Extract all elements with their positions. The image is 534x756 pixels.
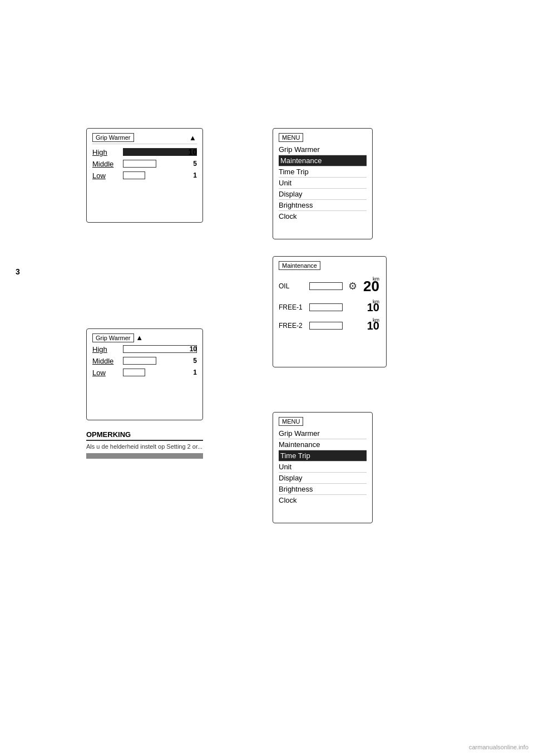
level-low-value: 1	[193, 171, 197, 179]
level-middle-value: 5	[193, 160, 197, 168]
panel-grip-warmer-top: Grip Warmer ▲ High 10 Middle 5 Low 1	[86, 128, 203, 223]
level-high-bar: 10	[123, 148, 197, 156]
level-mid-middle-fill	[123, 357, 156, 365]
level-high-label: High	[92, 148, 123, 156]
level-middle-fill	[123, 160, 156, 168]
menu-item-maintenance[interactable]: Maintenance	[279, 155, 367, 166]
level-mid-middle-label: Middle	[92, 357, 123, 365]
panel-maintenance: Maintenance OIL ⚙ 20 km FREE-1 10 km FRE…	[273, 256, 387, 367]
maint-free2-label: FREE-2	[279, 322, 309, 330]
level-mid-middle-bar: 5	[123, 356, 197, 365]
level-mid-high-bar: 10	[123, 345, 197, 354]
level-middle-bar: 5	[123, 159, 197, 168]
menu-item-time-trip[interactable]: Time Trip	[279, 166, 367, 178]
maint-row-free2: FREE-2 10 km	[279, 317, 380, 334]
panel-grip-warmer-mid: Grip Warmer ▲ High 10 Middle 5 Low 1	[86, 328, 203, 420]
page-number: 3	[16, 267, 20, 276]
level-low-label: Low	[92, 171, 123, 180]
opmerking-text: Als u de helderheid instelt op Setting 2…	[86, 443, 203, 450]
level-row-low: Low 1	[92, 171, 197, 180]
maint-oil-bar	[309, 282, 343, 290]
menu-bot-item-maintenance[interactable]: Maintenance	[279, 439, 367, 450]
maint-free2-bar	[309, 322, 343, 330]
level-mid-high-fill	[123, 345, 197, 353]
maint-row-oil: OIL ⚙ 20 km	[279, 275, 380, 297]
level-middle-label: Middle	[92, 160, 123, 168]
level-row-middle: Middle 5	[92, 159, 197, 168]
level-high-value: 10	[188, 148, 197, 156]
level-mid-middle-value: 5	[193, 357, 197, 365]
watermark: carmanualsonline.info	[469, 744, 528, 750]
menu-item-unit[interactable]: Unit	[279, 178, 367, 189]
grip-warmer-mid-label: Grip Warmer	[92, 333, 134, 342]
level-row-high: High 10	[92, 148, 197, 156]
menu-bot-item-display[interactable]: Display	[279, 473, 367, 484]
menu-bot-item-brightness[interactable]: Brightness	[279, 484, 367, 495]
menu-list-top: Grip Warmer Maintenance Time Trip Unit D…	[279, 144, 367, 222]
level-high-fill	[123, 148, 197, 156]
arrow-up-icon: ▲	[189, 134, 197, 141]
level-mid-row-middle: Middle 5	[92, 356, 197, 365]
maint-free1-unit: km	[373, 299, 379, 305]
menu-item-grip-warmer[interactable]: Grip Warmer	[279, 144, 367, 155]
maintenance-header: Maintenance	[279, 261, 320, 270]
arrow-up-mid-icon: ▲	[136, 333, 144, 341]
panel-grip-mid-header: Grip Warmer ▲	[92, 333, 197, 342]
menu-item-brightness[interactable]: Brightness	[279, 200, 367, 211]
maint-oil-unit: km	[373, 276, 379, 282]
maint-oil-label: OIL	[279, 282, 309, 290]
opmerking-bar	[86, 453, 203, 459]
maint-free2-unit: km	[373, 317, 379, 323]
panel-menu-top: MENU Grip Warmer Maintenance Time Trip U…	[273, 128, 373, 239]
level-mid-row-high: High 10	[92, 345, 197, 354]
opmerking-section: OPMERKING Als u de helderheid instelt op…	[86, 430, 203, 459]
menu-bot-item-clock[interactable]: Clock	[279, 495, 367, 505]
menu-header-bot: MENU	[279, 417, 303, 426]
menu-bot-item-time-trip[interactable]: Time Trip	[279, 450, 367, 462]
level-mid-high-label: High	[92, 345, 123, 354]
menu-list-bot: Grip Warmer Maintenance Time Trip Unit D…	[279, 428, 367, 505]
oil-icon: ⚙	[348, 280, 357, 292]
level-mid-low-value: 1	[193, 369, 197, 376]
panel-menu-bot: MENU Grip Warmer Maintenance Time Trip U…	[273, 412, 373, 523]
menu-item-display[interactable]: Display	[279, 189, 367, 200]
maint-free1-label: FREE-1	[279, 303, 309, 311]
level-low-bar: 1	[123, 171, 197, 180]
level-mid-low-label: Low	[92, 369, 123, 377]
level-mid-row-low: Low 1	[92, 368, 197, 377]
level-mid-low-fill	[123, 369, 145, 376]
opmerking-title: OPMERKING	[86, 430, 203, 441]
panel-grip-header: Grip Warmer ▲	[92, 133, 197, 144]
menu-header-top: MENU	[279, 133, 303, 142]
maint-free1-bar	[309, 303, 343, 311]
maint-row-free1: FREE-1 10 km	[279, 299, 380, 316]
level-mid-low-bar: 1	[123, 368, 197, 377]
grip-warmer-label: Grip Warmer	[92, 133, 134, 142]
menu-item-clock[interactable]: Clock	[279, 211, 367, 222]
level-low-fill	[123, 171, 145, 179]
level-mid-high-value: 10	[190, 345, 197, 353]
menu-bot-item-grip-warmer[interactable]: Grip Warmer	[279, 428, 367, 439]
menu-bot-item-unit[interactable]: Unit	[279, 462, 367, 473]
